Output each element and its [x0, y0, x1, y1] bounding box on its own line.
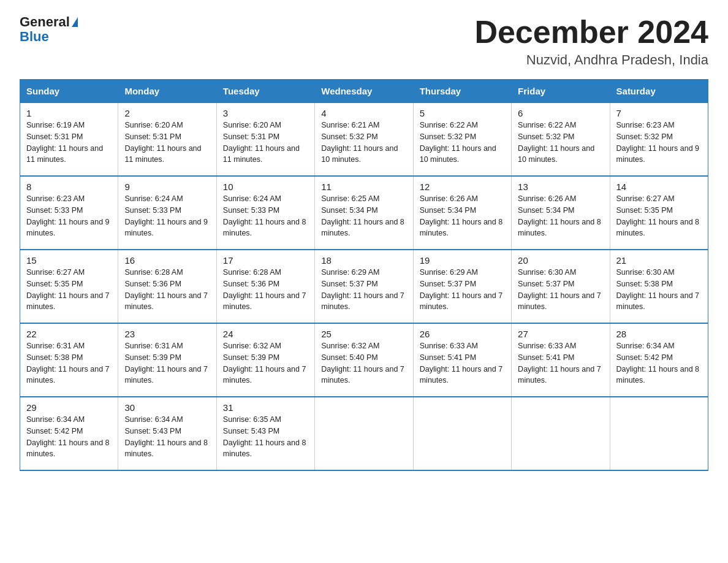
- day-info: Sunrise: 6:27 AMSunset: 5:35 PMDaylight:…: [616, 194, 700, 237]
- calendar-header-row: SundayMondayTuesdayWednesdayThursdayFrid…: [20, 80, 708, 103]
- day-info: Sunrise: 6:19 AMSunset: 5:31 PMDaylight:…: [26, 121, 103, 164]
- calendar-week-row: 15 Sunrise: 6:27 AMSunset: 5:35 PMDaylig…: [20, 250, 708, 323]
- calendar-cell: 14 Sunrise: 6:27 AMSunset: 5:35 PMDaylig…: [610, 176, 708, 250]
- day-info: Sunrise: 6:29 AMSunset: 5:37 PMDaylight:…: [420, 268, 503, 311]
- calendar-cell: 11 Sunrise: 6:25 AMSunset: 5:34 PMDaylig…: [315, 176, 413, 250]
- day-number: 31: [223, 402, 308, 413]
- day-number: 21: [616, 255, 702, 266]
- calendar-cell: [610, 397, 708, 470]
- day-info: Sunrise: 6:34 AMSunset: 5:43 PMDaylight:…: [124, 415, 208, 458]
- column-header-wednesday: Wednesday: [315, 80, 413, 103]
- day-number: 10: [223, 182, 308, 192]
- day-number: 26: [420, 329, 505, 339]
- day-info: Sunrise: 6:29 AMSunset: 5:37 PMDaylight:…: [321, 268, 404, 311]
- day-number: 27: [518, 329, 603, 339]
- day-info: Sunrise: 6:35 AMSunset: 5:43 PMDaylight:…: [223, 415, 306, 458]
- calendar-cell: 30 Sunrise: 6:34 AMSunset: 5:43 PMDaylig…: [118, 397, 216, 470]
- calendar-cell: 21 Sunrise: 6:30 AMSunset: 5:38 PMDaylig…: [610, 250, 708, 323]
- calendar-cell: 10 Sunrise: 6:24 AMSunset: 5:33 PMDaylig…: [216, 176, 314, 250]
- day-info: Sunrise: 6:30 AMSunset: 5:38 PMDaylight:…: [616, 268, 700, 311]
- day-number: 17: [223, 255, 308, 266]
- page-header: General Blue December 2024 Nuzvid, Andhr…: [20, 15, 708, 68]
- calendar-cell: 12 Sunrise: 6:26 AMSunset: 5:34 PMDaylig…: [413, 176, 511, 250]
- day-info: Sunrise: 6:24 AMSunset: 5:33 PMDaylight:…: [124, 194, 208, 237]
- day-info: Sunrise: 6:34 AMSunset: 5:42 PMDaylight:…: [616, 342, 700, 385]
- day-number: 1: [26, 108, 112, 118]
- day-info: Sunrise: 6:31 AMSunset: 5:38 PMDaylight:…: [26, 342, 110, 385]
- logo-triangle-icon: [72, 17, 78, 27]
- column-header-saturday: Saturday: [610, 80, 708, 103]
- day-info: Sunrise: 6:33 AMSunset: 5:41 PMDaylight:…: [518, 342, 601, 385]
- day-number: 7: [616, 108, 702, 118]
- day-info: Sunrise: 6:20 AMSunset: 5:31 PMDaylight:…: [223, 121, 300, 164]
- day-number: 13: [518, 182, 603, 192]
- logo-blue-text: Blue: [20, 29, 49, 44]
- column-header-monday: Monday: [118, 80, 216, 103]
- calendar-cell: 7 Sunrise: 6:23 AMSunset: 5:32 PMDayligh…: [610, 103, 708, 177]
- day-number: 8: [26, 182, 112, 192]
- day-info: Sunrise: 6:23 AMSunset: 5:33 PMDaylight:…: [26, 194, 110, 237]
- day-info: Sunrise: 6:27 AMSunset: 5:35 PMDaylight:…: [26, 268, 110, 311]
- calendar-week-row: 8 Sunrise: 6:23 AMSunset: 5:33 PMDayligh…: [20, 176, 708, 250]
- calendar-cell: 9 Sunrise: 6:24 AMSunset: 5:33 PMDayligh…: [118, 176, 216, 250]
- column-header-tuesday: Tuesday: [216, 80, 314, 103]
- calendar-cell: 5 Sunrise: 6:22 AMSunset: 5:32 PMDayligh…: [413, 103, 511, 177]
- day-number: 4: [321, 108, 406, 118]
- calendar-cell: 25 Sunrise: 6:32 AMSunset: 5:40 PMDaylig…: [315, 323, 413, 397]
- calendar-cell: 27 Sunrise: 6:33 AMSunset: 5:41 PMDaylig…: [512, 323, 610, 397]
- calendar-cell: 20 Sunrise: 6:30 AMSunset: 5:37 PMDaylig…: [512, 250, 610, 323]
- day-info: Sunrise: 6:25 AMSunset: 5:34 PMDaylight:…: [321, 194, 404, 237]
- calendar-cell: 18 Sunrise: 6:29 AMSunset: 5:37 PMDaylig…: [315, 250, 413, 323]
- page-title: December 2024: [474, 15, 708, 50]
- calendar-cell: 23 Sunrise: 6:31 AMSunset: 5:39 PMDaylig…: [118, 323, 216, 397]
- day-number: 3: [223, 108, 308, 118]
- calendar-cell: [315, 397, 413, 470]
- calendar-cell: 22 Sunrise: 6:31 AMSunset: 5:38 PMDaylig…: [20, 323, 118, 397]
- day-info: Sunrise: 6:32 AMSunset: 5:39 PMDaylight:…: [223, 342, 306, 385]
- day-number: 23: [124, 329, 210, 339]
- calendar-cell: 6 Sunrise: 6:22 AMSunset: 5:32 PMDayligh…: [512, 103, 610, 177]
- calendar-week-row: 22 Sunrise: 6:31 AMSunset: 5:38 PMDaylig…: [20, 323, 708, 397]
- day-number: 22: [26, 329, 112, 339]
- column-header-sunday: Sunday: [20, 80, 118, 103]
- day-info: Sunrise: 6:32 AMSunset: 5:40 PMDaylight:…: [321, 342, 404, 385]
- column-header-friday: Friday: [512, 80, 610, 103]
- calendar-cell: 15 Sunrise: 6:27 AMSunset: 5:35 PMDaylig…: [20, 250, 118, 323]
- calendar-cell: 16 Sunrise: 6:28 AMSunset: 5:36 PMDaylig…: [118, 250, 216, 323]
- day-number: 16: [124, 255, 210, 266]
- day-number: 12: [420, 182, 505, 192]
- calendar-cell: 17 Sunrise: 6:28 AMSunset: 5:36 PMDaylig…: [216, 250, 314, 323]
- calendar-cell: 13 Sunrise: 6:26 AMSunset: 5:34 PMDaylig…: [512, 176, 610, 250]
- day-number: 18: [321, 255, 406, 266]
- title-block: December 2024 Nuzvid, Andhra Pradesh, In…: [474, 15, 708, 68]
- calendar-week-row: 1 Sunrise: 6:19 AMSunset: 5:31 PMDayligh…: [20, 103, 708, 177]
- day-info: Sunrise: 6:23 AMSunset: 5:32 PMDaylight:…: [616, 121, 700, 164]
- logo-general-text: General: [20, 15, 70, 29]
- day-number: 24: [223, 329, 308, 339]
- day-info: Sunrise: 6:26 AMSunset: 5:34 PMDaylight:…: [518, 194, 601, 237]
- day-info: Sunrise: 6:28 AMSunset: 5:36 PMDaylight:…: [124, 268, 208, 311]
- day-info: Sunrise: 6:22 AMSunset: 5:32 PMDaylight:…: [420, 121, 496, 164]
- day-number: 25: [321, 329, 406, 339]
- calendar-cell: 1 Sunrise: 6:19 AMSunset: 5:31 PMDayligh…: [20, 103, 118, 177]
- day-info: Sunrise: 6:28 AMSunset: 5:36 PMDaylight:…: [223, 268, 306, 311]
- day-number: 30: [124, 402, 210, 413]
- calendar-cell: [512, 397, 610, 470]
- day-number: 11: [321, 182, 406, 192]
- calendar-cell: 26 Sunrise: 6:33 AMSunset: 5:41 PMDaylig…: [413, 323, 511, 397]
- day-info: Sunrise: 6:24 AMSunset: 5:33 PMDaylight:…: [223, 194, 306, 237]
- calendar-table: SundayMondayTuesdayWednesdayThursdayFrid…: [20, 79, 708, 471]
- day-info: Sunrise: 6:30 AMSunset: 5:37 PMDaylight:…: [518, 268, 601, 311]
- day-info: Sunrise: 6:33 AMSunset: 5:41 PMDaylight:…: [420, 342, 503, 385]
- calendar-week-row: 29 Sunrise: 6:34 AMSunset: 5:42 PMDaylig…: [20, 397, 708, 470]
- column-header-thursday: Thursday: [413, 80, 511, 103]
- day-number: 6: [518, 108, 603, 118]
- day-number: 28: [616, 329, 702, 339]
- calendar-cell: 2 Sunrise: 6:20 AMSunset: 5:31 PMDayligh…: [118, 103, 216, 177]
- day-info: Sunrise: 6:20 AMSunset: 5:31 PMDaylight:…: [124, 121, 201, 164]
- day-number: 29: [26, 402, 112, 413]
- day-number: 2: [124, 108, 210, 118]
- day-number: 19: [420, 255, 505, 266]
- calendar-cell: 31 Sunrise: 6:35 AMSunset: 5:43 PMDaylig…: [216, 397, 314, 470]
- calendar-cell: 4 Sunrise: 6:21 AMSunset: 5:32 PMDayligh…: [315, 103, 413, 177]
